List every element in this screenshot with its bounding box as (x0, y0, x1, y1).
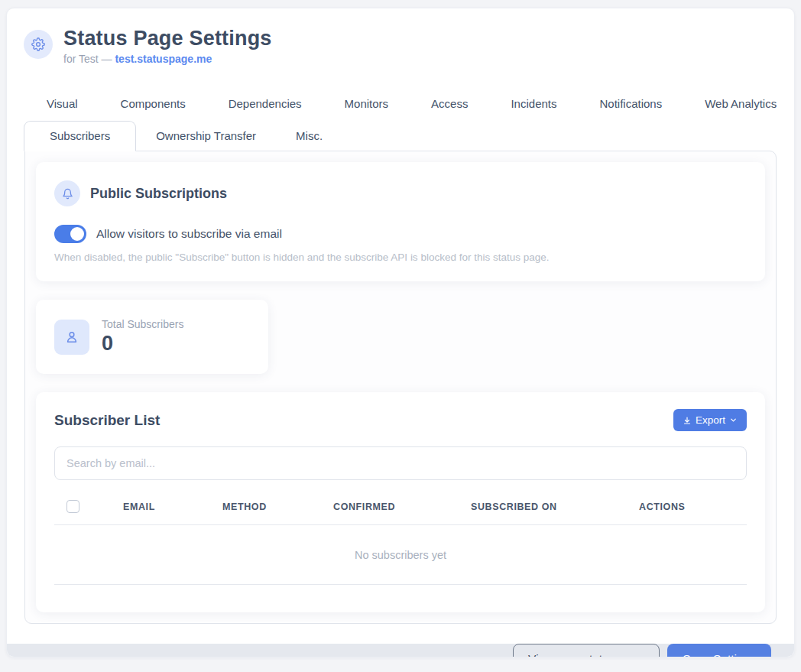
total-subscribers-value: 0 (102, 332, 183, 355)
search-input[interactable] (54, 446, 747, 480)
subscribers-panel: Public Subscriptions Allow visitors to s… (24, 151, 777, 624)
subscribe-helper-text: When disabled, the public "Subscribe" bu… (54, 252, 747, 263)
public-subscriptions-title: Public Subscriptions (90, 186, 227, 202)
page-subtitle: for Test — test.statuspage.me (63, 53, 272, 65)
export-button[interactable]: Export (673, 409, 747, 431)
primary-tab-bar: Visual Components Dependencies Monitors … (7, 70, 794, 121)
page-header: Status Page Settings for Test — test.sta… (7, 8, 794, 70)
tab-ownership-transfer[interactable]: Ownership Transfer (136, 122, 276, 151)
page-title: Status Page Settings (63, 27, 272, 50)
column-header-actions: ACTIONS (639, 502, 747, 512)
column-header-confirmed: CONFIRMED (333, 502, 471, 512)
bell-icon (54, 180, 80, 206)
select-all-checkbox[interactable] (66, 500, 79, 513)
secondary-tab-bar: Subscribers Ownership Transfer Misc. (7, 121, 794, 151)
subscriber-list-title: Subscriber List (54, 412, 160, 429)
total-subscribers-label: Total Subscribers (102, 318, 183, 330)
footer-bar: View your status page Save Settings (7, 644, 794, 657)
tab-incidents[interactable]: Incidents (508, 91, 559, 121)
empty-state-message: No subscribers yet (54, 525, 747, 585)
total-subscribers-text: Total Subscribers 0 (102, 318, 183, 355)
allow-subscribe-toggle[interactable] (54, 225, 86, 243)
tab-dependencies[interactable]: Dependencies (225, 91, 305, 121)
tab-access[interactable]: Access (428, 91, 471, 121)
status-page-link[interactable]: test.statuspage.me (115, 53, 212, 65)
column-header-email: EMAIL (123, 502, 222, 512)
subscriber-list-header: Subscriber List Export (54, 409, 747, 431)
tab-subscribers[interactable]: Subscribers (24, 121, 136, 151)
gear-icon (24, 30, 53, 59)
tab-visual[interactable]: Visual (44, 91, 81, 121)
view-status-page-button[interactable]: View your status page (513, 644, 660, 657)
column-header-subscribed-on: SUBSCRIBED ON (471, 502, 639, 512)
tab-monitors[interactable]: Monitors (342, 91, 392, 121)
export-button-label: Export (696, 414, 725, 426)
person-icon (54, 320, 89, 355)
column-header-method: METHOD (222, 502, 333, 512)
public-subscriptions-header: Public Subscriptions (54, 180, 747, 206)
list-bottom-padding (54, 585, 747, 605)
chevron-down-icon (729, 416, 738, 424)
table-header-row: EMAIL METHOD CONFIRMED SUBSCRIBED ON ACT… (54, 495, 747, 525)
page-header-text: Status Page Settings for Test — test.sta… (63, 27, 272, 65)
save-settings-button[interactable]: Save Settings (667, 644, 771, 657)
tab-components[interactable]: Components (118, 91, 189, 121)
public-subscriptions-card: Public Subscriptions Allow visitors to s… (36, 162, 765, 281)
tab-misc[interactable]: Misc. (276, 122, 342, 151)
download-icon (683, 416, 692, 425)
subscribe-toggle-row: Allow visitors to subscribe via email (54, 225, 747, 243)
tab-web-analytics[interactable]: Web Analytics (702, 91, 780, 121)
subtitle-prefix: for Test — (63, 53, 115, 65)
tab-notifications[interactable]: Notifications (597, 91, 666, 121)
toggle-knob (70, 227, 84, 241)
subscriber-list-card: Subscriber List Export EMAIL METHOD CONF… (36, 392, 765, 612)
status-page-settings-window: Status Page Settings for Test — test.sta… (6, 8, 795, 657)
total-subscribers-card: Total Subscribers 0 (36, 300, 268, 374)
allow-subscribe-label: Allow visitors to subscribe via email (96, 227, 282, 241)
